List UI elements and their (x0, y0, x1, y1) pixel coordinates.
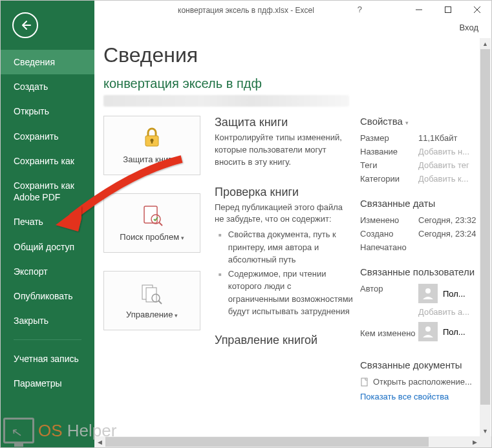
scroll-up-icon[interactable]: ▲ (480, 38, 491, 49)
sidebar-item-save-as[interactable]: Сохранить как (1, 149, 94, 173)
checklist-icon (139, 204, 165, 229)
date-row: Напечатано (360, 242, 480, 252)
modified-by-label: Кем изменено (360, 328, 418, 339)
property-row: НазваниеДобавить н... (360, 147, 480, 156)
svg-point-14 (425, 288, 431, 293)
inspect-bullet: Свойства документа, путь к принтеру, имя… (215, 228, 354, 266)
show-all-properties[interactable]: Показать все свойства (360, 392, 480, 401)
sidebar-item-save[interactable]: Сохранить (1, 124, 94, 149)
maximize-button[interactable] (433, 1, 462, 19)
scroll-thumb[interactable] (105, 437, 429, 447)
window-title: конвертация эксель в пдф.xlsx - Excel (178, 6, 314, 15)
svg-rect-6 (151, 140, 153, 144)
manage-section-title: Управление книгой (215, 334, 354, 347)
scroll-right-icon[interactable]: ▶ (469, 436, 480, 447)
modified-by-entry[interactable]: Пол... (418, 322, 465, 341)
horizontal-scrollbar[interactable]: ◀ ▶ (94, 436, 480, 447)
inspect-section-title: Проверка книги (215, 186, 354, 199)
svg-rect-1 (445, 7, 451, 13)
minimize-button[interactable] (404, 1, 433, 19)
svg-line-13 (158, 301, 162, 304)
property-row: ТегиДобавить тег (360, 160, 480, 170)
svg-line-9 (159, 222, 162, 226)
date-row: ИзмененоСегодня, 23:32 (360, 215, 480, 225)
related-docs-title: Связанные документы (360, 359, 480, 370)
sidebar-item-new[interactable]: Создать (1, 74, 94, 99)
sidebar-item-account[interactable]: Учетная запись (1, 347, 94, 371)
watermark: ↖ OS Helper (3, 418, 116, 443)
protect-section-body: Контролируйте типы изменений, которые по… (215, 132, 354, 169)
sidebar-item-save-adobe-pdf[interactable]: Сохранить как Adobe PDF (1, 173, 94, 209)
add-author[interactable]: Добавить а... (418, 307, 469, 317)
property-row: Размер11,1Кбайт (360, 133, 480, 143)
help-icon[interactable]: ? (358, 5, 362, 14)
date-row: СозданоСегодня, 23:24 (360, 229, 480, 239)
author-entry[interactable]: Пол... (418, 284, 469, 303)
vertical-scrollbar[interactable]: ▲ ▼ (480, 38, 491, 447)
document-path (103, 95, 349, 107)
avatar-icon (418, 284, 438, 303)
properties-title[interactable]: Свойства ▾ (360, 116, 480, 127)
inspect-bullets: Свойства документа, путь к принтеру, имя… (215, 228, 354, 318)
manage-icon (139, 281, 165, 307)
scroll-thumb[interactable] (480, 49, 490, 405)
sidebar-item-options[interactable]: Параметры (1, 371, 94, 396)
sidebar-item-open[interactable]: Открыть (1, 99, 94, 123)
manage-workbook-button[interactable]: Управление ▾ (103, 271, 200, 330)
svg-rect-11 (146, 288, 156, 302)
inspect-section-body: Перед публикацией этого файла не забудьт… (215, 202, 354, 226)
svg-rect-16 (361, 378, 367, 386)
content-area: Сведения конвертация эксель в пдф Защита… (94, 38, 480, 436)
sign-in-link[interactable]: Вход (460, 23, 478, 32)
sidebar-item-export[interactable]: Экспорт (1, 259, 94, 284)
inspect-bullet: Содержимое, при чтении которого люди с о… (215, 268, 354, 318)
back-button[interactable] (12, 12, 38, 38)
svg-point-15 (425, 326, 431, 332)
monitor-icon: ↖ (3, 418, 34, 443)
document-icon (360, 378, 369, 387)
related-dates-title: Связанные даты (360, 198, 480, 209)
avatar-icon (418, 322, 438, 341)
scroll-down-icon[interactable]: ▼ (480, 425, 491, 436)
lock-icon (139, 126, 165, 152)
backstage-sidebar: Сведения Создать Открыть Сохранить Сохра… (1, 1, 94, 447)
sidebar-item-print[interactable]: Печать (1, 209, 94, 234)
sidebar-item-close[interactable]: Закрыть (1, 308, 94, 333)
sidebar-item-share[interactable]: Общий доступ (1, 235, 94, 259)
property-row: КатегорииДобавить к... (360, 174, 480, 184)
document-name: конвертация эксель в пдф (103, 76, 480, 91)
sidebar-item-info[interactable]: Сведения (1, 50, 94, 74)
author-label: Автор (360, 284, 418, 293)
close-button[interactable] (462, 1, 491, 19)
protect-workbook-button[interactable]: Защита книги ▾ (103, 116, 200, 175)
protect-section-title: Защита книги (215, 116, 354, 129)
related-users-title: Связанные пользователи (360, 266, 480, 277)
sidebar-item-publish[interactable]: Опубликовать (1, 284, 94, 308)
check-issues-button[interactable]: Поиск проблем ▾ (103, 193, 200, 253)
sidebar-separator (14, 339, 81, 340)
open-file-location[interactable]: Открыть расположение... (360, 377, 480, 387)
page-title: Сведения (103, 43, 480, 67)
scroll-corner (480, 436, 491, 447)
